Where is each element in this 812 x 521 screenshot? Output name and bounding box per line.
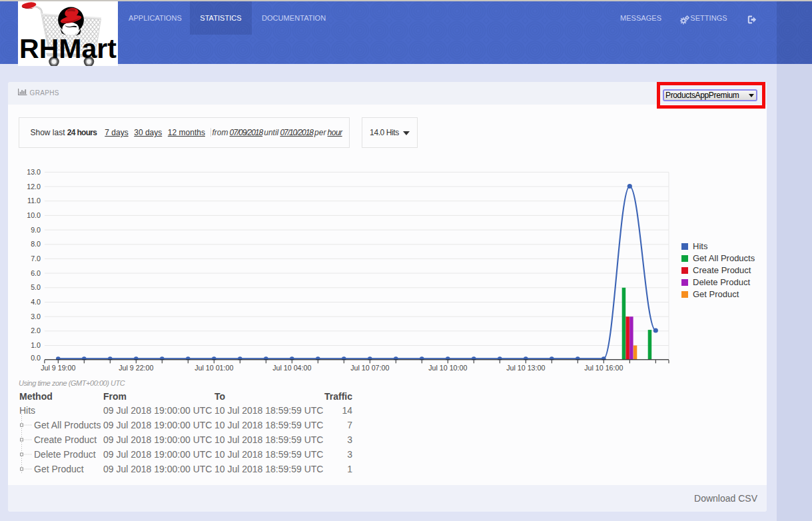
svg-text:11.0: 11.0 [27,197,41,205]
svg-text:0.0: 0.0 [31,354,41,362]
svg-text:9.0: 9.0 [31,226,41,234]
svg-text:Jul 10 04:00: Jul 10 04:00 [272,364,311,372]
svg-text:2.0: 2.0 [31,326,41,334]
svg-text:Jul 10 10:00: Jul 10 10:00 [428,364,467,372]
svg-text:8.0: 8.0 [31,240,41,248]
svg-text:7.0: 7.0 [31,255,41,262]
svg-text:1.0: 1.0 [31,341,41,349]
svg-text:Jul 10 13:00: Jul 10 13:00 [506,364,545,372]
svg-text:Jul 10 16:00: Jul 10 16:00 [584,364,623,372]
svg-text:13.0: 13.0 [27,168,41,176]
svg-text:3.0: 3.0 [31,312,41,320]
svg-text:10.0: 10.0 [27,211,41,219]
svg-text:Jul 10 01:00: Jul 10 01:00 [195,364,233,372]
svg-text:Jul 10 07:00: Jul 10 07:00 [350,364,389,372]
svg-text:Jul 9 22:00: Jul 9 22:00 [119,364,153,372]
svg-text:5.0: 5.0 [31,283,41,291]
svg-text:12.0: 12.0 [27,183,41,191]
svg-text:RHMart: RHMart [19,34,117,63]
svg-text:4.0: 4.0 [31,298,41,306]
svg-text:Jul 9 19:00: Jul 9 19:00 [41,364,75,372]
svg-text:6.0: 6.0 [31,269,41,277]
